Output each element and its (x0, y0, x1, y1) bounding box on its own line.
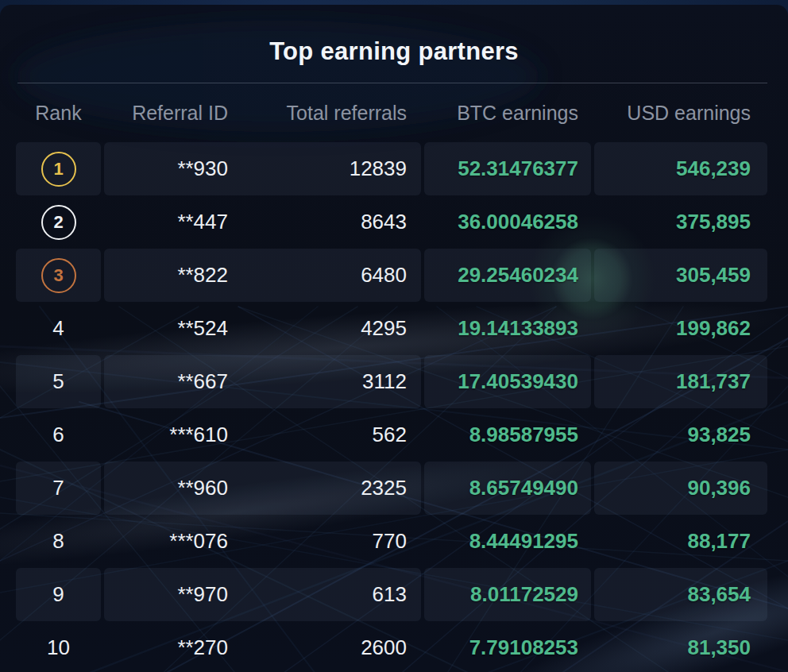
rank-cell: 8 (16, 515, 101, 568)
table-row: 1 **930 12839 52.31476377 546,239 (0, 142, 788, 195)
btc-earnings-cell: 8.01172529 (424, 568, 591, 621)
rank-cell: 1 (16, 142, 101, 195)
referral-id: **667 (104, 369, 228, 394)
table-row: 7 **960 2325 8.65749490 90,396 (0, 462, 788, 515)
total-referrals: 6480 (228, 263, 421, 288)
rank-number: 4 (52, 316, 64, 341)
usd-earnings-cell: 90,396 (594, 462, 767, 515)
referral-id: **930 (104, 156, 228, 181)
usd-earnings-cell: 81,350 (594, 621, 767, 672)
rank-cell: 10 (16, 621, 101, 672)
referral-total-cell: **960 2325 (104, 462, 421, 515)
rank-number: 8 (52, 529, 64, 554)
referral-id: **822 (104, 263, 228, 288)
usd-earnings-cell: 305,459 (594, 249, 767, 302)
table-row: 2 **447 8643 36.00046258 375,895 (0, 195, 788, 249)
rank-cell: 5 (16, 355, 101, 408)
referral-total-cell: **447 8643 (104, 195, 421, 249)
table-row: 9 **970 613 8.01172529 83,654 (0, 568, 788, 621)
rank-cell: 9 (16, 568, 101, 621)
total-referrals: 2600 (228, 635, 421, 660)
total-referrals: 2325 (228, 476, 421, 500)
top-earning-partners-card: Top earning partners Rank Referral ID To… (0, 5, 788, 672)
referral-total-cell: ***610 562 (104, 408, 421, 462)
rank-cell: 7 (16, 462, 101, 515)
total-referrals: 12839 (228, 156, 421, 181)
rank-number: 6 (52, 423, 64, 447)
total-referrals: 562 (228, 423, 421, 447)
rank-number: 7 (52, 476, 64, 500)
total-referrals: 8643 (228, 210, 421, 234)
referral-total-cell: **930 12839 (104, 142, 421, 195)
leaderboard-table: 1 **930 12839 52.31476377 546,239 2 **44… (0, 142, 788, 672)
rank-number: 10 (47, 635, 70, 660)
rank-cell: 6 (16, 408, 101, 462)
rank-number: 5 (52, 369, 64, 394)
column-header-total-referrals: Total referrals (228, 102, 421, 125)
table-row: 4 **524 4295 19.14133893 199,862 (0, 302, 788, 355)
rank-number: 9 (52, 582, 64, 607)
table-row: 3 **822 6480 29.25460234 305,459 (0, 249, 788, 302)
silver-medal-badge: 2 (41, 205, 76, 240)
btc-earnings-cell: 52.31476377 (424, 142, 591, 195)
table-header-row: Rank Referral ID Total referrals BTC ear… (0, 83, 788, 142)
btc-earnings-cell: 8.98587955 (424, 408, 591, 462)
usd-earnings-cell: 199,862 (594, 302, 767, 355)
total-referrals: 770 (228, 529, 421, 554)
referral-id: **524 (104, 316, 228, 341)
usd-earnings-cell: 93,825 (594, 408, 767, 462)
referral-total-cell: **822 6480 (104, 249, 421, 302)
btc-earnings-cell: 7.79108253 (424, 621, 591, 672)
referral-id: **960 (104, 476, 228, 500)
total-referrals: 613 (228, 582, 421, 607)
column-header-btc-earnings: BTC earnings (424, 83, 591, 142)
referral-id: **447 (104, 210, 228, 234)
column-header-rank: Rank (16, 83, 101, 142)
btc-earnings-cell: 8.44491295 (424, 515, 591, 568)
referral-total-cell: **970 613 (104, 568, 421, 621)
usd-earnings-cell: 88,177 (594, 515, 767, 568)
referral-id: ***610 (104, 423, 228, 447)
referral-total-cell: ***076 770 (104, 515, 421, 568)
referral-total-cell: **270 2600 (104, 621, 421, 672)
btc-earnings-cell: 19.14133893 (424, 302, 591, 355)
total-referrals: 3112 (228, 369, 421, 394)
gold-medal-badge: 1 (41, 152, 76, 187)
table-row: 10 **270 2600 7.79108253 81,350 (0, 621, 788, 672)
referral-id: ***076 (104, 529, 228, 554)
usd-earnings-cell: 375,895 (594, 195, 767, 249)
referral-id: **970 (104, 582, 228, 607)
total-referrals: 4295 (228, 316, 421, 341)
btc-earnings-cell: 29.25460234 (424, 249, 591, 302)
table-row: 8 ***076 770 8.44491295 88,177 (0, 515, 788, 568)
column-header-usd-earnings: USD earnings (594, 83, 767, 142)
btc-earnings-cell: 36.00046258 (424, 195, 591, 249)
rank-cell: 2 (16, 195, 101, 249)
rank-cell: 4 (16, 302, 101, 355)
usd-earnings-cell: 83,654 (594, 568, 767, 621)
usd-earnings-cell: 181,737 (594, 355, 767, 408)
btc-earnings-cell: 8.65749490 (424, 462, 591, 515)
referral-total-cell: **667 3112 (104, 355, 421, 408)
btc-earnings-cell: 17.40539430 (424, 355, 591, 408)
column-header-referral-id: Referral ID (104, 102, 228, 125)
rank-cell: 3 (16, 249, 101, 302)
table-row: 6 ***610 562 8.98587955 93,825 (0, 408, 788, 462)
referral-id: **270 (104, 635, 228, 660)
table-row: 5 **667 3112 17.40539430 181,737 (0, 355, 788, 408)
bronze-medal-badge: 3 (41, 258, 76, 293)
page-title: Top earning partners (0, 5, 788, 65)
referral-total-cell: **524 4295 (104, 302, 421, 355)
usd-earnings-cell: 546,239 (594, 142, 767, 195)
